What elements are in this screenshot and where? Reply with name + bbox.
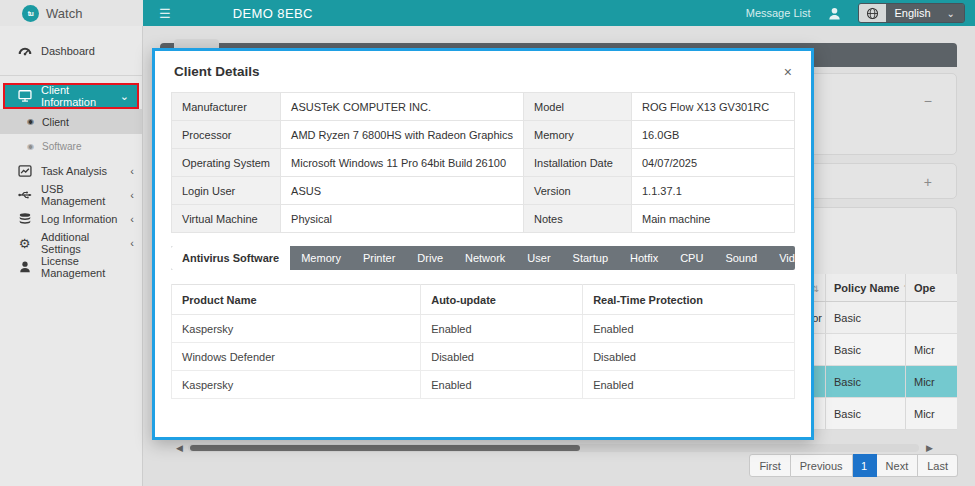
sidebar-subitem-client[interactable]: ◉ Client (0, 109, 142, 134)
detail-value: ASUS (281, 177, 524, 205)
modal-header: Client Details × (155, 51, 811, 87)
column-header-product-name: Product Name (172, 285, 421, 315)
sidebar-item-task-analysis[interactable]: Task Analysis ‹ (0, 159, 142, 183)
sidebar-item-label: Task Analysis (41, 165, 107, 177)
app-window: tu Watch ☰ DEMO 8EBC Message List Englis… (0, 0, 975, 486)
antivirus-row: Kaspersky Enabled Enabled (172, 371, 795, 399)
language-selector[interactable]: English ⌄ (858, 3, 965, 23)
antivirus-table-header-row: Product Name Auto-update Real-Time Prote… (172, 285, 795, 315)
chevron-left-icon: ‹ (130, 237, 134, 249)
person-icon (17, 260, 32, 275)
sidebar-item-label: USB Management (41, 183, 121, 207)
table-row-selected[interactable]: Basic Micr (801, 366, 957, 398)
horizontal-scrollbar[interactable] (188, 444, 919, 452)
detail-label: Manufacturer (172, 93, 281, 121)
brand: tu Watch (0, 0, 143, 26)
top-bar: tu Watch ☰ DEMO 8EBC Message List Englis… (0, 0, 975, 26)
column-header-operating-system[interactable]: Ope (905, 274, 957, 301)
scrollbar-thumb[interactable] (190, 445, 580, 451)
background-client-table: r⇅ Policy Name⇅ Ope ator Basic Basic Mic… (801, 274, 957, 430)
sidebar-item-dashboard[interactable]: Dashboard (0, 39, 142, 63)
detail-label: Processor (172, 121, 281, 149)
sidebar-item-license-management[interactable]: License Management (0, 255, 142, 279)
sidebar-item-label: License Management (41, 255, 134, 279)
gear-icon: ⚙ (17, 236, 32, 251)
detail-label: Virtual Machine (172, 205, 281, 233)
scroll-right-arrow-icon[interactable]: ▶ (926, 443, 933, 453)
tab-printer[interactable]: Printer (352, 246, 406, 270)
scroll-left-arrow-icon[interactable]: ◀ (176, 443, 183, 453)
tab-sound[interactable]: Sound (714, 246, 768, 270)
table-row[interactable]: Basic Micr (801, 398, 957, 430)
detail-value: 16.0GB (632, 121, 795, 149)
tab-startup[interactable]: Startup (562, 246, 619, 270)
sidebar-item-usb-management[interactable]: USB Management ‹ (0, 183, 142, 207)
modal-title: Client Details (174, 64, 260, 79)
info-tab-bar: Antivirus Software Memory Printer Drive … (171, 246, 795, 270)
sidebar-item-label: Log Information (41, 213, 117, 225)
sidebar-item-label: Dashboard (41, 45, 95, 57)
detail-label: Installation Date (524, 149, 632, 177)
client-details-table: Manufacturer ASUSTeK COMPUTER INC. Model… (171, 92, 795, 233)
tab-hotfix[interactable]: Hotfix (619, 246, 669, 270)
close-icon[interactable]: × (784, 65, 792, 79)
column-header-auto-update: Auto-update (421, 285, 583, 315)
pagination-page-1-button[interactable]: 1 (853, 454, 877, 477)
gauge-icon (17, 44, 32, 59)
detail-value: AMD Ryzen 7 6800HS with Radeon Graphics (281, 121, 524, 149)
detail-label: Login User (172, 177, 281, 205)
sidebar-item-client-information[interactable]: Client Information ⌄ (3, 83, 139, 109)
sidebar-item-log-information[interactable]: Log Information ‹ (0, 207, 142, 231)
sidebar-item-additional-settings[interactable]: ⚙ Additional Settings ‹ (0, 231, 142, 255)
detail-label: Operating System (172, 149, 281, 177)
chevron-down-icon: ⌄ (947, 8, 955, 19)
background-table-header: r⇅ Policy Name⇅ Ope (801, 274, 957, 302)
globe-icon (859, 4, 886, 22)
user-icon[interactable] (827, 6, 842, 21)
pagination-last-button[interactable]: Last (918, 454, 958, 477)
expand-button[interactable]: + (924, 175, 932, 189)
detail-row: Virtual Machine Physical Notes Main mach… (172, 205, 795, 233)
detail-label: Model (524, 93, 632, 121)
client-details-modal: Client Details × Manufacturer ASUSTeK CO… (152, 48, 814, 440)
top-bar-right: Message List English ⌄ (746, 3, 975, 23)
collapse-button[interactable]: − (924, 94, 932, 108)
sidebar-subitem-software[interactable]: ◉ Software (0, 134, 142, 159)
tab-antivirus-software[interactable]: Antivirus Software (171, 246, 290, 270)
language-dropdown[interactable]: English ⌄ (886, 4, 964, 22)
column-header-policy-name[interactable]: Policy Name⇅ (825, 274, 905, 301)
antivirus-row: Windows Defender Disabled Disabled (172, 343, 795, 371)
hamburger-menu-icon[interactable]: ☰ (159, 6, 171, 21)
main-content: − + r⇅ Policy Name⇅ Ope ator Basic (143, 26, 975, 486)
sidebar-item-label: Additional Settings (41, 231, 121, 255)
chevron-left-icon: ‹ (130, 165, 134, 177)
antivirus-table: Product Name Auto-update Real-Time Prote… (171, 284, 795, 399)
table-row[interactable]: ator Basic (801, 302, 957, 334)
tab-drive[interactable]: Drive (406, 246, 454, 270)
detail-value: Microsoft Windows 11 Pro 64bit Build 261… (281, 149, 524, 177)
tab-network[interactable]: Network (454, 246, 516, 270)
detail-value: ROG Flow X13 GV301RC (632, 93, 795, 121)
message-list-link[interactable]: Message List (746, 7, 811, 19)
detail-value: Physical (281, 205, 524, 233)
chevron-down-icon: ⌄ (120, 90, 129, 103)
language-value: English (895, 7, 931, 19)
detail-value: 04/07/2025 (632, 149, 795, 177)
detail-label: Version (524, 177, 632, 205)
tab-video[interactable]: Video (768, 246, 795, 270)
bullet-icon: ◉ (27, 118, 34, 126)
detail-value: ASUSTeK COMPUTER INC. (281, 93, 524, 121)
bullet-icon: ◉ (27, 143, 34, 151)
brand-logo-icon: tu (22, 5, 39, 22)
pagination-first-button[interactable]: First (749, 454, 790, 477)
column-header-real-time-protection: Real-Time Protection (583, 285, 795, 315)
detail-label: Memory (524, 121, 632, 149)
tab-cpu[interactable]: CPU (669, 246, 714, 270)
pagination-previous-button[interactable]: Previous (791, 454, 853, 477)
pagination-next-button[interactable]: Next (877, 454, 919, 477)
table-row[interactable]: Basic Micr (801, 334, 957, 366)
tab-user[interactable]: User (516, 246, 561, 270)
usb-icon (17, 188, 32, 203)
tab-memory[interactable]: Memory (290, 246, 352, 270)
sidebar-item-label: Client Information (41, 84, 111, 108)
